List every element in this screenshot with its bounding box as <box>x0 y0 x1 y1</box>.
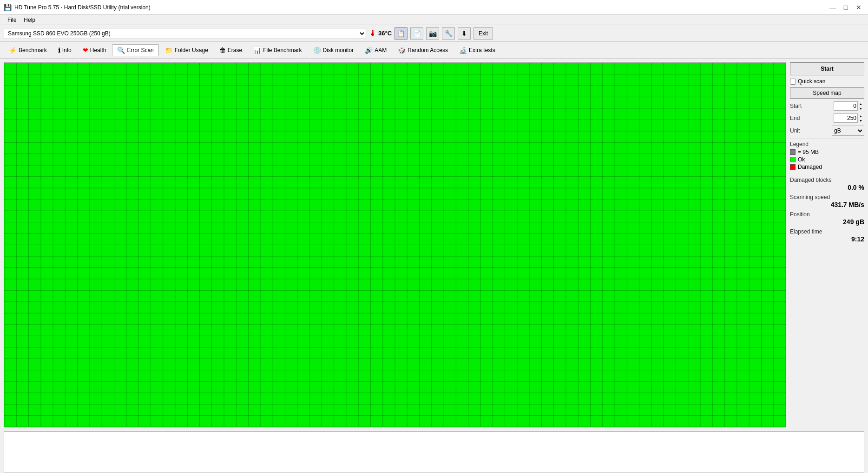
unit-label: Unit <box>790 127 800 134</box>
scan-grid <box>4 63 786 427</box>
info-icon: ℹ <box>58 47 60 54</box>
unit-select[interactable]: gB MB LBA <box>832 126 864 136</box>
aam-icon: 🔊 <box>365 47 373 54</box>
end-spin-arrows: ▲ ▼ <box>857 113 864 123</box>
random-access-icon: 🎲 <box>398 47 406 54</box>
title-text: HD Tune Pro 5.75 - Hard Disk/SSD Utility… <box>14 4 151 11</box>
end-label: End <box>790 115 800 121</box>
end-down-arrow[interactable]: ▼ <box>858 118 864 123</box>
exit-button[interactable]: Exit <box>473 27 493 40</box>
main-content: Start Quick scan Speed map Start ▲ ▼ End… <box>0 59 868 431</box>
position-value: 249 gB <box>790 218 864 226</box>
benchmark-icon: ⚡ <box>9 47 17 54</box>
toolbar-btn-doc1[interactable]: 📋 <box>395 27 408 40</box>
end-param-row: End ▲ ▼ <box>790 113 864 123</box>
stats-section: Damaged blocks 0.0 % Scanning speed 431.… <box>790 177 864 246</box>
legend-title: Legend <box>790 141 864 147</box>
tab-erase[interactable]: 🗑 Erase <box>214 44 247 56</box>
error-scan-icon: 🔍 <box>117 47 125 54</box>
tab-folder-usage[interactable]: 📁 Folder Usage <box>160 44 213 56</box>
end-up-arrow[interactable]: ▲ <box>858 113 864 118</box>
quick-scan-checkbox[interactable] <box>790 79 796 85</box>
tab-aam[interactable]: 🔊 AAM <box>360 44 392 56</box>
unit-param-row: Unit gB MB LBA <box>790 126 864 136</box>
legend-section: Legend = 95 MB Ok Damaged <box>790 139 864 171</box>
legend-label-ok: Ok <box>798 156 805 163</box>
maximize-button[interactable]: □ <box>840 3 851 12</box>
right-panel: Start Quick scan Speed map Start ▲ ▼ End… <box>790 62 864 427</box>
minimize-button[interactable]: — <box>827 3 838 12</box>
tab-health[interactable]: ❤ Health <box>78 44 112 56</box>
menu-help[interactable]: Help <box>20 16 39 24</box>
tab-file-benchmark[interactable]: 📊 File Benchmark <box>248 44 307 56</box>
legend-row-mb: = 95 MB <box>790 149 864 155</box>
toolbar-btn-settings[interactable]: 🔧 <box>442 27 455 40</box>
damaged-blocks-value: 0.0 % <box>790 184 864 191</box>
tab-bar: ⚡ Benchmark ℹ Info ❤ Health 🔍 Error Scan… <box>0 42 868 59</box>
title-bar-left: 💾 HD Tune Pro 5.75 - Hard Disk/SSD Utili… <box>4 4 151 11</box>
folder-usage-icon: 📁 <box>165 47 173 54</box>
toolbar-btn-camera[interactable]: 📷 <box>426 27 439 40</box>
start-down-arrow[interactable]: ▼ <box>858 106 864 111</box>
menu-file[interactable]: File <box>4 16 20 24</box>
scan-grid-container <box>4 62 786 427</box>
start-spin-arrows: ▲ ▼ <box>857 101 864 111</box>
damaged-blocks-label: Damaged blocks <box>790 177 864 183</box>
start-value[interactable] <box>834 102 857 110</box>
start-input[interactable]: ▲ ▼ <box>834 101 864 111</box>
thermometer-icon: 🌡 <box>369 29 376 38</box>
temp-display: 🌡 36°C <box>369 29 392 38</box>
extra-tests-icon: 🔬 <box>459 47 467 54</box>
start-button[interactable]: Start <box>790 62 864 75</box>
quick-scan-label[interactable]: Quick scan <box>798 78 825 85</box>
disk-select[interactable]: Samsung SSD 860 EVO 250GB (250 gB) <box>4 28 366 39</box>
tab-error-scan[interactable]: 🔍 Error Scan <box>112 44 158 56</box>
title-bar: 💾 HD Tune Pro 5.75 - Hard Disk/SSD Utili… <box>0 0 868 15</box>
legend-label-damaged: Damaged <box>798 164 822 170</box>
toolbar-btn-doc2[interactable]: 📄 <box>410 27 423 40</box>
start-label: Start <box>790 103 802 109</box>
health-icon: ❤ <box>83 47 88 54</box>
bottom-log-area <box>4 431 864 473</box>
end-value[interactable] <box>834 114 857 122</box>
legend-box-damaged <box>790 164 796 170</box>
end-input[interactable]: ▲ ▼ <box>834 113 864 123</box>
menu-bar: File Help <box>0 15 868 25</box>
file-benchmark-icon: 📊 <box>253 47 261 54</box>
elapsed-time-label: Elapsed time <box>790 228 864 235</box>
tab-random-access[interactable]: 🎲 Random Access <box>393 44 453 56</box>
tab-extra-tests[interactable]: 🔬 Extra tests <box>454 44 500 56</box>
toolbar-btn-download[interactable]: ⬇ <box>458 27 471 40</box>
erase-icon: 🗑 <box>219 47 226 54</box>
quick-scan-row: Quick scan <box>790 78 864 85</box>
close-button[interactable]: ✕ <box>853 3 864 12</box>
legend-label-mb: = 95 MB <box>798 149 819 155</box>
elapsed-time-value: 9:12 <box>790 235 864 243</box>
position-label: Position <box>790 211 864 218</box>
legend-row-damaged: Damaged <box>790 164 864 170</box>
start-up-arrow[interactable]: ▲ <box>858 101 864 106</box>
legend-row-ok: Ok <box>790 156 864 163</box>
legend-box-ok <box>790 157 796 162</box>
disk-monitor-icon: 💿 <box>313 47 321 54</box>
legend-box-mb <box>790 149 796 155</box>
scanning-speed-label: Scanning speed <box>790 194 864 200</box>
scanning-speed-value: 431.7 MB/s <box>790 201 864 208</box>
toolbar: Samsung SSD 860 EVO 250GB (250 gB) 🌡 36°… <box>0 25 868 42</box>
tab-benchmark[interactable]: ⚡ Benchmark <box>4 44 52 56</box>
speed-map-button[interactable]: Speed map <box>790 87 864 99</box>
tab-info[interactable]: ℹ Info <box>53 44 77 56</box>
temperature-value: 36°C <box>378 30 392 37</box>
start-param-row: Start ▲ ▼ <box>790 101 864 111</box>
window-controls: — □ ✕ <box>827 3 864 12</box>
tab-disk-monitor[interactable]: 💿 Disk monitor <box>308 44 359 56</box>
